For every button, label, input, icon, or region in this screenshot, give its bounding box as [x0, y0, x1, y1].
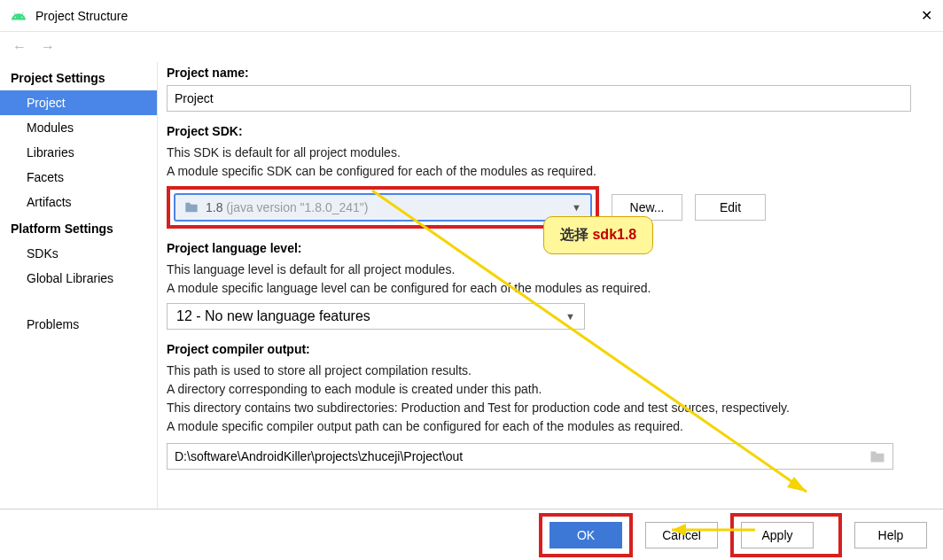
lang-desc-2: A module specific language level can be …: [167, 279, 922, 298]
sidebar-item-libraries[interactable]: Libraries: [0, 140, 157, 165]
sidebar-item-modules[interactable]: Modules: [0, 115, 157, 140]
section-project-settings: Project Settings: [0, 64, 157, 90]
nav-toolbar: ← →: [0, 32, 943, 62]
compiler-output-path: D:\software\AndroidKiller\projects\zhuce…: [175, 449, 463, 463]
close-icon[interactable]: ✕: [906, 7, 932, 24]
title-bar: Project Structure ✕: [0, 0, 943, 32]
folder-icon: [184, 201, 199, 214]
compiler-output-label: Project compiler output:: [167, 342, 922, 356]
apply-highlight: Apply: [730, 513, 842, 557]
back-icon[interactable]: ←: [9, 37, 30, 57]
android-icon: [11, 8, 27, 24]
sidebar-item-problems[interactable]: Problems: [0, 312, 157, 337]
out-desc-1: This path is used to store all project c…: [167, 362, 922, 380]
sdk-desc-2: A module specific SDK can be configured …: [167, 162, 922, 181]
project-name-input[interactable]: [167, 85, 911, 112]
section-platform-settings: Platform Settings: [0, 214, 157, 241]
forward-icon[interactable]: →: [37, 37, 58, 57]
sidebar: Project Settings Project Modules Librari…: [0, 62, 158, 523]
cancel-button[interactable]: Cancel: [645, 522, 718, 548]
sdk-desc-1: This SDK is default for all project modu…: [167, 144, 922, 162]
ok-highlight: OK: [539, 513, 633, 557]
sidebar-item-facets[interactable]: Facets: [0, 165, 157, 190]
project-name-label: Project name:: [167, 66, 922, 80]
sdk-selected-text: 1.8 (java version "1.8.0_241"): [206, 200, 369, 214]
ok-button[interactable]: OK: [549, 522, 622, 548]
browse-folder-icon[interactable]: [869, 450, 885, 463]
sidebar-item-artifacts[interactable]: Artifacts: [0, 190, 157, 214]
out-desc-3: This directory contains two subdirectori…: [167, 399, 922, 417]
sidebar-item-project[interactable]: Project: [0, 90, 157, 115]
language-level-text: 12 - No new language features: [176, 308, 370, 324]
sidebar-item-sdks[interactable]: SDKs: [0, 241, 157, 266]
button-bar: OK Cancel Apply Help: [0, 509, 943, 560]
lang-desc-1: This language level is default for all p…: [167, 261, 922, 279]
project-sdk-select[interactable]: 1.8 (java version "1.8.0_241") ▼: [174, 193, 592, 222]
apply-button[interactable]: Apply: [741, 522, 814, 548]
language-level-select[interactable]: 12 - No new language features ▼: [167, 303, 585, 330]
compiler-output-input[interactable]: D:\software\AndroidKiller\projects\zhuce…: [167, 443, 893, 470]
edit-sdk-button[interactable]: Edit: [695, 194, 766, 221]
annotation-callout: 选择 sdk1.8: [543, 216, 653, 254]
help-button[interactable]: Help: [854, 522, 927, 548]
chevron-down-icon: ▼: [565, 311, 575, 322]
chevron-down-icon: ▼: [572, 202, 581, 213]
sidebar-item-global-libraries[interactable]: Global Libraries: [0, 266, 157, 291]
project-sdk-label: Project SDK:: [167, 124, 922, 138]
out-desc-2: A directory corresponding to each module…: [167, 380, 922, 399]
sdk-select-highlight: 1.8 (java version "1.8.0_241") ▼: [167, 186, 599, 229]
out-desc-4: A module specific compiler output path c…: [167, 417, 922, 436]
window-title: Project Structure: [35, 9, 906, 23]
content-panel: Project name: Project SDK: This SDK is d…: [158, 62, 943, 523]
